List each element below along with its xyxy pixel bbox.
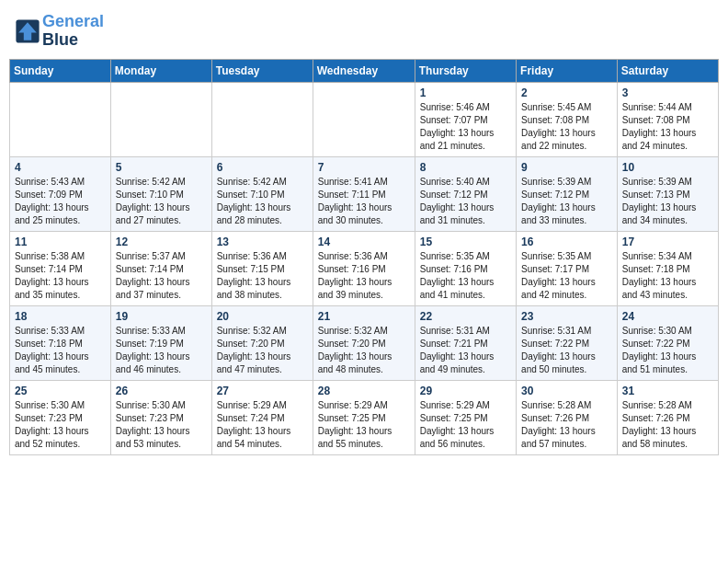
day-info: Sunrise: 5:42 AMSunset: 7:10 PMDaylight:… [116, 176, 207, 227]
day-number: 13 [217, 236, 308, 248]
day-info: Sunrise: 5:31 AMSunset: 7:22 PMDaylight:… [521, 325, 612, 376]
day-info: Sunrise: 5:44 AMSunset: 7:08 PMDaylight:… [622, 101, 713, 153]
day-number: 28 [318, 385, 410, 397]
day-number: 20 [217, 310, 308, 323]
day-number: 25 [15, 385, 106, 397]
day-number: 16 [521, 236, 612, 248]
day-info: Sunrise: 5:35 AMSunset: 7:16 PMDaylight:… [420, 250, 511, 302]
calendar-cell: 26Sunrise: 5:30 AMSunset: 7:23 PMDayligh… [110, 380, 211, 454]
calendar-cell: 7Sunrise: 5:41 AMSunset: 7:11 PMDaylight… [313, 156, 415, 231]
calendar-table: SundayMondayTuesdayWednesdayThursdayFrid… [9, 59, 719, 455]
calendar-cell: 14Sunrise: 5:36 AMSunset: 7:16 PMDayligh… [313, 231, 415, 305]
day-info: Sunrise: 5:37 AMSunset: 7:14 PMDaylight:… [116, 250, 207, 302]
day-info: Sunrise: 5:42 AMSunset: 7:10 PMDaylight:… [217, 176, 308, 227]
calendar-cell: 1Sunrise: 5:46 AMSunset: 7:07 PMDaylight… [415, 82, 516, 156]
day-number: 18 [15, 310, 106, 323]
day-number: 22 [420, 310, 511, 323]
calendar-cell: 20Sunrise: 5:32 AMSunset: 7:20 PMDayligh… [211, 305, 313, 380]
calendar-cell: 4Sunrise: 5:43 AMSunset: 7:09 PMDaylight… [10, 156, 111, 231]
calendar-cell: 2Sunrise: 5:45 AMSunset: 7:08 PMDaylight… [517, 82, 618, 156]
day-number: 14 [318, 236, 410, 248]
day-info: Sunrise: 5:31 AMSunset: 7:21 PMDaylight:… [420, 325, 511, 376]
calendar-cell [313, 82, 415, 156]
logo: GeneralBlue [15, 13, 104, 50]
day-info: Sunrise: 5:46 AMSunset: 7:07 PMDaylight:… [420, 101, 511, 153]
calendar-cell: 28Sunrise: 5:29 AMSunset: 7:25 PMDayligh… [313, 380, 415, 454]
day-number: 23 [521, 310, 612, 323]
calendar-cell [110, 82, 211, 156]
day-info: Sunrise: 5:32 AMSunset: 7:20 PMDaylight:… [318, 325, 410, 376]
calendar-cell: 13Sunrise: 5:36 AMSunset: 7:15 PMDayligh… [211, 231, 313, 305]
page-header: GeneralBlue [9, 9, 719, 53]
calendar-cell: 25Sunrise: 5:30 AMSunset: 7:23 PMDayligh… [10, 380, 111, 454]
weekday-header: Saturday [617, 59, 718, 82]
calendar-cell: 31Sunrise: 5:28 AMSunset: 7:26 PMDayligh… [617, 380, 718, 454]
day-number: 31 [622, 385, 713, 397]
calendar-cell: 15Sunrise: 5:35 AMSunset: 7:16 PMDayligh… [415, 231, 516, 305]
calendar-cell: 30Sunrise: 5:28 AMSunset: 7:26 PMDayligh… [517, 380, 618, 454]
day-number: 30 [521, 385, 612, 397]
calendar-cell: 17Sunrise: 5:34 AMSunset: 7:18 PMDayligh… [617, 231, 718, 305]
weekday-header: Sunday [10, 59, 111, 82]
calendar-week-row: 25Sunrise: 5:30 AMSunset: 7:23 PMDayligh… [10, 380, 719, 454]
calendar-cell: 16Sunrise: 5:35 AMSunset: 7:17 PMDayligh… [517, 231, 618, 305]
calendar-cell [10, 82, 111, 156]
day-number: 4 [15, 161, 106, 174]
day-info: Sunrise: 5:45 AMSunset: 7:08 PMDaylight:… [521, 101, 612, 153]
calendar-cell: 19Sunrise: 5:33 AMSunset: 7:19 PMDayligh… [110, 305, 211, 380]
day-info: Sunrise: 5:28 AMSunset: 7:26 PMDaylight:… [521, 399, 612, 451]
calendar-cell: 29Sunrise: 5:29 AMSunset: 7:25 PMDayligh… [415, 380, 516, 454]
calendar-week-row: 18Sunrise: 5:33 AMSunset: 7:18 PMDayligh… [10, 305, 719, 380]
day-info: Sunrise: 5:30 AMSunset: 7:23 PMDaylight:… [116, 399, 207, 451]
day-info: Sunrise: 5:32 AMSunset: 7:20 PMDaylight:… [217, 325, 308, 376]
calendar-header-row: SundayMondayTuesdayWednesdayThursdayFrid… [10, 59, 719, 82]
weekday-header: Thursday [415, 59, 516, 82]
weekday-header: Tuesday [211, 59, 313, 82]
calendar-cell: 21Sunrise: 5:32 AMSunset: 7:20 PMDayligh… [313, 305, 415, 380]
day-info: Sunrise: 5:29 AMSunset: 7:25 PMDaylight:… [318, 399, 410, 451]
day-number: 27 [217, 385, 308, 397]
day-number: 1 [420, 86, 511, 99]
day-info: Sunrise: 5:35 AMSunset: 7:17 PMDaylight:… [521, 250, 612, 302]
day-info: Sunrise: 5:39 AMSunset: 7:13 PMDaylight:… [622, 176, 713, 227]
day-number: 10 [622, 161, 713, 174]
weekday-header: Monday [110, 59, 211, 82]
day-info: Sunrise: 5:29 AMSunset: 7:24 PMDaylight:… [217, 399, 308, 451]
day-number: 5 [116, 161, 207, 174]
day-info: Sunrise: 5:30 AMSunset: 7:22 PMDaylight:… [622, 325, 713, 376]
calendar-week-row: 1Sunrise: 5:46 AMSunset: 7:07 PMDaylight… [10, 82, 719, 156]
calendar-cell: 3Sunrise: 5:44 AMSunset: 7:08 PMDaylight… [617, 82, 718, 156]
day-info: Sunrise: 5:43 AMSunset: 7:09 PMDaylight:… [15, 176, 106, 227]
day-number: 17 [622, 236, 713, 248]
calendar-cell: 27Sunrise: 5:29 AMSunset: 7:24 PMDayligh… [211, 380, 313, 454]
day-number: 6 [217, 161, 308, 174]
day-number: 7 [318, 161, 410, 174]
day-number: 24 [622, 310, 713, 323]
day-info: Sunrise: 5:36 AMSunset: 7:16 PMDaylight:… [318, 250, 410, 302]
calendar-cell [211, 82, 313, 156]
calendar-cell: 23Sunrise: 5:31 AMSunset: 7:22 PMDayligh… [517, 305, 618, 380]
day-number: 12 [116, 236, 207, 248]
calendar-week-row: 4Sunrise: 5:43 AMSunset: 7:09 PMDaylight… [10, 156, 719, 231]
calendar-week-row: 11Sunrise: 5:38 AMSunset: 7:14 PMDayligh… [10, 231, 719, 305]
logo-icon [15, 18, 40, 44]
day-info: Sunrise: 5:39 AMSunset: 7:12 PMDaylight:… [521, 176, 612, 227]
calendar-cell: 18Sunrise: 5:33 AMSunset: 7:18 PMDayligh… [10, 305, 111, 380]
day-number: 3 [622, 86, 713, 99]
day-info: Sunrise: 5:29 AMSunset: 7:25 PMDaylight:… [420, 399, 511, 451]
day-info: Sunrise: 5:33 AMSunset: 7:18 PMDaylight:… [15, 325, 106, 376]
calendar-cell: 6Sunrise: 5:42 AMSunset: 7:10 PMDaylight… [211, 156, 313, 231]
day-number: 9 [521, 161, 612, 174]
calendar-cell: 8Sunrise: 5:40 AMSunset: 7:12 PMDaylight… [415, 156, 516, 231]
day-info: Sunrise: 5:33 AMSunset: 7:19 PMDaylight:… [116, 325, 207, 376]
day-number: 19 [116, 310, 207, 323]
day-number: 26 [116, 385, 207, 397]
day-number: 21 [318, 310, 410, 323]
day-number: 15 [420, 236, 511, 248]
day-info: Sunrise: 5:28 AMSunset: 7:26 PMDaylight:… [622, 399, 713, 451]
calendar-cell: 24Sunrise: 5:30 AMSunset: 7:22 PMDayligh… [617, 305, 718, 380]
calendar-cell: 12Sunrise: 5:37 AMSunset: 7:14 PMDayligh… [110, 231, 211, 305]
calendar-cell: 5Sunrise: 5:42 AMSunset: 7:10 PMDaylight… [110, 156, 211, 231]
day-info: Sunrise: 5:40 AMSunset: 7:12 PMDaylight:… [420, 176, 511, 227]
day-number: 8 [420, 161, 511, 174]
